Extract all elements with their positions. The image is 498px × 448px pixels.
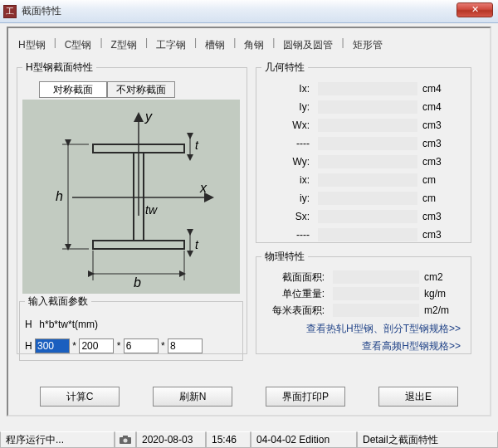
- geo-unit: cm4: [422, 101, 456, 113]
- window-title: 截面特性: [22, 4, 61, 18]
- geo-unit: cm3: [422, 211, 456, 222]
- svg-text:h: h: [56, 189, 63, 203]
- input-group: 输入截面参数 H h*b*tw*t(mm) H * * *: [19, 295, 243, 361]
- calc-button[interactable]: 计算C: [40, 387, 120, 407]
- svg-text:tw: tw: [145, 203, 158, 217]
- exit-button[interactable]: 退出E: [378, 387, 458, 407]
- phys-unit: cm2: [424, 271, 459, 283]
- geo-unit: cm3: [422, 119, 456, 131]
- tab-channel[interactable]: 槽钢: [202, 37, 228, 54]
- svg-rect-1: [93, 241, 184, 249]
- geometry-group-title: 几何特性: [261, 61, 308, 75]
- section-group-title: H型钢截面特性: [22, 61, 96, 75]
- link-hotroll-spec[interactable]: 查看热轧H型钢、剖分T型钢规格>>: [261, 322, 466, 336]
- phys-row: 单位重量:kg/m: [261, 285, 466, 302]
- status-bar: 程序运行中... 2020-08-03 15:46 04-04-02 Editi…: [0, 431, 498, 448]
- status-running: 程序运行中...: [0, 431, 115, 448]
- svg-text:t: t: [195, 139, 199, 152]
- tab-angle[interactable]: 角钢: [241, 37, 267, 54]
- geo-row: Iy:cm4: [261, 98, 466, 116]
- phys-value: [333, 270, 419, 284]
- tab-h-steel[interactable]: H型钢: [15, 37, 49, 54]
- geo-unit: cm3: [422, 156, 456, 168]
- geo-value: [318, 228, 417, 241]
- geo-unit: cm4: [422, 83, 456, 95]
- formula-label: H: [25, 319, 37, 330]
- input-group-title: 输入截面参数: [25, 295, 91, 309]
- tab-asymmetric[interactable]: 不对称截面: [107, 81, 175, 98]
- section-type-tabs: H型钢| C型钢| Z型钢| 工字钢| 槽钢| 角钢| 圆钢及圆管| 矩形管: [13, 33, 485, 61]
- geo-row: Wx:cm3: [261, 116, 466, 134]
- tab-round[interactable]: 圆钢及圆管: [280, 37, 336, 54]
- input-t[interactable]: [168, 338, 203, 353]
- geo-key: Iy:: [261, 101, 313, 113]
- print-button[interactable]: 界面打印P: [266, 387, 345, 407]
- physical-group: 物理特性 截面面积:cm2单位重量:kg/m每米表面积:m2/m 查看热轧H型钢…: [256, 250, 471, 354]
- input-row-label: H: [25, 340, 32, 352]
- geometry-group: 几何特性 Ix:cm4Iy:cm4Wx:cm3----cm3Wy:cm3ix:c…: [256, 61, 471, 243]
- geo-key: Sx:: [261, 211, 313, 222]
- geo-key: ix:: [261, 174, 313, 186]
- close-button[interactable]: ✕: [456, 2, 493, 17]
- phys-row: 每米表面积:m2/m: [261, 302, 466, 319]
- phys-unit: m2/m: [424, 304, 459, 316]
- section-diagram: y x h b tw: [22, 100, 240, 294]
- tab-rect-tube[interactable]: 矩形管: [349, 37, 386, 54]
- geo-key: Wy:: [261, 156, 313, 168]
- geo-value: [318, 82, 417, 95]
- geo-row: iy:cm: [261, 189, 466, 207]
- link-highfreq-spec[interactable]: 查看高频H型钢规格>>: [261, 339, 466, 353]
- tab-c-steel[interactable]: C型钢: [61, 37, 95, 54]
- geo-key: iy:: [261, 192, 313, 204]
- refresh-button[interactable]: 刷新N: [153, 387, 232, 407]
- geo-value: [318, 119, 417, 132]
- geo-unit: cm3: [422, 138, 456, 149]
- input-tw[interactable]: [124, 338, 159, 353]
- phys-value: [333, 287, 419, 300]
- input-h[interactable]: [35, 338, 70, 353]
- geo-key: ----: [261, 138, 313, 149]
- geo-key: Wx:: [261, 119, 313, 131]
- svg-text:x: x: [199, 181, 208, 195]
- status-time: 15:46: [206, 431, 251, 448]
- geo-unit: cm: [422, 192, 456, 204]
- geo-value: [318, 210, 417, 223]
- phys-key: 单位重量:: [261, 287, 328, 301]
- geo-unit: cm3: [422, 229, 456, 241]
- geo-row: ----cm3: [261, 226, 466, 244]
- geo-value: [318, 100, 417, 114]
- geo-value: [318, 192, 417, 205]
- phys-value: [333, 304, 419, 317]
- geo-unit: cm: [422, 174, 456, 186]
- phys-row: 截面面积:cm2: [261, 269, 466, 285]
- status-edition: 04-04-02 Edition: [251, 431, 357, 448]
- geo-row: Ix:cm4: [261, 80, 466, 98]
- tab-z-steel[interactable]: Z型钢: [108, 37, 140, 54]
- phys-key: 每米表面积:: [261, 304, 328, 318]
- geo-row: Sx:cm3: [261, 207, 466, 226]
- status-date: 2020-08-03: [136, 431, 206, 448]
- geo-value: [318, 173, 417, 187]
- geo-row: Wy:cm3: [261, 153, 466, 171]
- geo-value: [318, 155, 417, 168]
- geo-row: ----cm3: [261, 134, 466, 153]
- svg-text:y: y: [144, 110, 153, 124]
- input-b[interactable]: [79, 338, 114, 353]
- svg-point-22: [124, 439, 128, 443]
- tab-i-steel[interactable]: 工字钢: [153, 37, 189, 54]
- physical-group-title: 物理特性: [261, 250, 308, 264]
- tab-symmetric[interactable]: 对称截面: [39, 81, 107, 98]
- app-icon: 工: [3, 5, 17, 18]
- geo-key: Ix:: [261, 83, 313, 95]
- status-product: Detail之截面特性: [357, 431, 498, 448]
- svg-text:b: b: [134, 275, 141, 290]
- phys-unit: kg/m: [424, 288, 459, 299]
- formula-text: h*b*tw*t(mm): [39, 319, 98, 330]
- section-group: H型钢截面特性 对称截面 不对称截面: [17, 61, 247, 354]
- phys-key: 截面面积:: [261, 270, 328, 285]
- geo-row: ix:cm: [261, 171, 466, 189]
- geo-key: ----: [261, 229, 313, 241]
- camera-icon[interactable]: [115, 431, 136, 448]
- svg-rect-21: [123, 436, 128, 438]
- svg-text:t: t: [195, 238, 199, 251]
